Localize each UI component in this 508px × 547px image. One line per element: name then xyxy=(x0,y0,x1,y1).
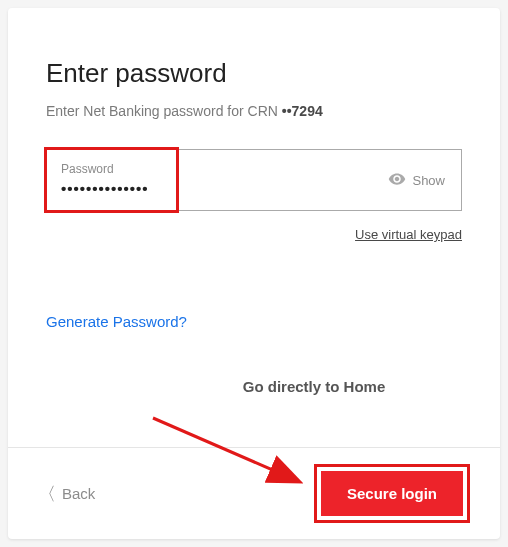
generate-password-link[interactable]: Generate Password? xyxy=(46,313,462,330)
password-input-inner: Password •••••••••••••• xyxy=(47,154,388,206)
password-input-wrapper[interactable]: Password •••••••••••••• Show xyxy=(46,149,462,211)
footer: 〈 Back Secure login xyxy=(8,447,500,539)
back-button[interactable]: 〈 Back xyxy=(38,485,95,503)
go-home-link[interactable]: Go directly to Home xyxy=(46,378,462,395)
subtitle-text: Enter Net Banking password for CRN xyxy=(46,103,282,119)
card-content: Enter password Enter Net Banking passwor… xyxy=(8,8,500,447)
virtual-keypad-row: Use virtual keypad xyxy=(46,225,462,243)
crn-masked-value: ••7294 xyxy=(282,103,323,119)
eye-icon xyxy=(388,170,406,191)
virtual-keypad-link[interactable]: Use virtual keypad xyxy=(355,227,462,242)
show-password-toggle[interactable]: Show xyxy=(388,170,461,191)
secure-login-highlight-annotation: Secure login xyxy=(314,464,470,523)
chevron-left-icon: 〈 xyxy=(38,485,56,503)
login-card: Enter password Enter Net Banking passwor… xyxy=(8,8,500,539)
show-label: Show xyxy=(412,173,445,188)
password-value[interactable]: •••••••••••••• xyxy=(61,180,149,197)
subtitle: Enter Net Banking password for CRN ••729… xyxy=(46,103,462,119)
password-label: Password xyxy=(61,162,374,176)
secure-login-button[interactable]: Secure login xyxy=(321,471,463,516)
back-label: Back xyxy=(62,485,95,502)
page-title: Enter password xyxy=(46,58,462,89)
